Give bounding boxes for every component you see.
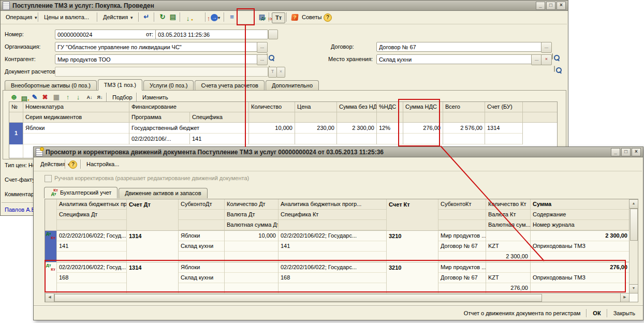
tab-tmz[interactable]: ТМЗ (1 поз.) bbox=[98, 79, 142, 91]
scroll-left-icon[interactable]: ◀ bbox=[45, 293, 54, 302]
settlement-doc-label: Документ расчетов: bbox=[5, 68, 57, 75]
movements-toolbar: Действия ▼ ? Настройка... bbox=[34, 158, 642, 171]
money-in-icon[interactable]: ↓ bbox=[183, 14, 193, 24]
document-window-titlebar[interactable]: Поступление ТМЗ и услуг: Покупка. Провед… bbox=[1, 1, 568, 11]
prices-currency-button[interactable]: Цены и валюта... bbox=[41, 12, 92, 22]
author-link[interactable]: Павлов А.В bbox=[5, 207, 35, 213]
tips-button[interactable]: Советы bbox=[299, 12, 325, 22]
organization-select-button[interactable]: ... bbox=[257, 42, 268, 53]
warehouse-input[interactable] bbox=[376, 54, 532, 64]
cell-qty_dt: 10,000 bbox=[225, 231, 279, 262]
contract-search-icon[interactable] bbox=[552, 53, 553, 60]
tab-accounting[interactable]: ДтКт Бухгалтерский учет bbox=[44, 187, 118, 198]
col-financing: Финансирование bbox=[129, 102, 248, 112]
post-document-icon[interactable]: ↵ bbox=[141, 12, 152, 22]
manual-adjustment-checkbox[interactable] bbox=[45, 175, 52, 182]
go-to-icon[interactable]: →▾ bbox=[208, 12, 223, 22]
cell-sum-wo-vat: 2 300,00 bbox=[337, 123, 376, 134]
scroll-down-icon[interactable]: ▼ bbox=[629, 284, 638, 293]
change-button[interactable]: Изменить bbox=[139, 92, 171, 102]
cell-program: 02/2/202/106/... bbox=[129, 134, 190, 144]
col-specifics: Специфика bbox=[190, 112, 248, 123]
movement-row[interactable]: ДтКт02/2/202/106/022; Госуд...1681314Ябл… bbox=[45, 262, 630, 293]
warehouse-search-icon[interactable] bbox=[554, 66, 555, 72]
copy-document-icon[interactable]: ▤ bbox=[168, 12, 178, 22]
ok-button[interactable]: ОК bbox=[589, 310, 604, 317]
structure-icon[interactable]: ≡ bbox=[227, 12, 237, 22]
operation-menu-button[interactable]: Операция ▼ bbox=[3, 12, 41, 22]
organization-input[interactable] bbox=[55, 42, 258, 52]
counterparty-select-button[interactable]: ... bbox=[257, 54, 268, 65]
cell-subconto_dt: ЯблокиСклад кухни bbox=[179, 262, 225, 293]
cell-account_kt: 3210 bbox=[387, 231, 438, 262]
dtkt-row-icon: ДтКт bbox=[45, 231, 57, 262]
movements-grid[interactable]: Аналитика бюджетных пр...Специфика Дт Сч… bbox=[45, 199, 638, 302]
mov-grid-rows: ДтКт02/2/202/106/022; Госуд...1411314Ябл… bbox=[45, 231, 630, 293]
date-input[interactable] bbox=[155, 30, 268, 39]
horizontal-scroll-thumb[interactable] bbox=[54, 294, 542, 302]
settings-button[interactable]: Настройка... bbox=[83, 159, 122, 169]
counterparty-label: Контрагент: bbox=[5, 56, 36, 62]
close-icon[interactable]: × bbox=[557, 2, 566, 10]
settlement-doc-clear-icon[interactable]: × bbox=[276, 67, 285, 78]
calendar-icon[interactable] bbox=[268, 30, 278, 39]
repost-icon[interactable]: ↻ bbox=[157, 12, 168, 22]
cell-quantity: 10,000 bbox=[249, 123, 295, 134]
contract-input[interactable] bbox=[376, 42, 542, 52]
invoice-label: Счет-факту bbox=[5, 177, 35, 183]
vertical-scrollbar[interactable]: ▲ ▼ bbox=[629, 199, 638, 293]
movements-window-titlebar[interactable]: Просмотр и корректировка движений докуме… bbox=[34, 147, 643, 157]
col-total: Всего bbox=[443, 102, 485, 112]
movements-window: Просмотр и корректировка движений докуме… bbox=[33, 146, 643, 320]
manual-adjustment-label: Ручная корректировка (разрешает редактир… bbox=[54, 175, 249, 181]
col-quantity: Количество bbox=[249, 102, 295, 112]
col-price: Цена bbox=[295, 102, 336, 112]
number-input[interactable] bbox=[55, 30, 160, 39]
col-num: № bbox=[9, 102, 23, 112]
scroll-right-icon[interactable]: ▶ bbox=[620, 293, 630, 302]
warehouse-clear-icon[interactable]: × bbox=[541, 54, 552, 65]
warehouse-label: Место хранения: bbox=[328, 56, 373, 62]
minimize-icon[interactable]: _ bbox=[536, 2, 545, 10]
cell-vat-pct: 12% bbox=[377, 123, 403, 134]
vertical-scroll-thumb[interactable] bbox=[630, 209, 638, 241]
movements-list-icon[interactable]: ▤ bbox=[257, 12, 267, 22]
contract-select-button[interactable]: ... bbox=[541, 42, 552, 53]
settlement-doc-input[interactable] bbox=[55, 67, 268, 77]
actions-menu-button[interactable]: Действия ▼ bbox=[100, 12, 137, 22]
maximize-icon[interactable]: □ bbox=[621, 148, 631, 156]
document-icon bbox=[3, 2, 10, 10]
col-sum-wo-vat: Сумма без НДС bbox=[337, 102, 376, 112]
movements-window-title: Просмотр и корректировка движений докуме… bbox=[46, 149, 608, 156]
date-label: от: bbox=[146, 31, 153, 37]
organization-label: Организация: bbox=[5, 43, 40, 50]
cell-financing: Государственный бюджет bbox=[129, 123, 248, 134]
tab-settlement-accounts[interactable]: Счета учета расчетов bbox=[195, 80, 264, 91]
scroll-up-icon[interactable]: ▲ bbox=[629, 199, 638, 209]
registers-report-button[interactable]: Отчет о движениях документа по регистрам bbox=[460, 310, 584, 317]
tab-additional[interactable]: Дополнительно bbox=[266, 80, 319, 91]
item-row[interactable]: 1 Яблоки Государственный бюджет02/2/202/… bbox=[9, 123, 557, 144]
counterparty-input[interactable] bbox=[55, 54, 258, 64]
warehouse-select-button[interactable]: ... bbox=[531, 54, 542, 65]
movement-row[interactable]: ДтКт02/2/202/106/022; Госуд...1411314Ябл… bbox=[45, 231, 630, 262]
tab-assets-movement[interactable]: Движение активов и запасов bbox=[119, 188, 207, 198]
tab-noncurrent-assets[interactable]: Внеоборотные активы (0 поз.) bbox=[5, 80, 97, 91]
help-icon[interactable]: ? bbox=[323, 12, 333, 22]
contract-label: Договор: bbox=[331, 43, 354, 50]
help-icon[interactable]: ? bbox=[68, 159, 78, 169]
pick-button[interactable]: Подбор bbox=[109, 92, 136, 102]
minimize-icon[interactable]: _ bbox=[611, 148, 620, 156]
maximize-icon[interactable]: □ bbox=[546, 2, 555, 10]
horizontal-scrollbar[interactable]: ◀ ▶ bbox=[45, 293, 630, 302]
tab-services[interactable]: Услуги (0 поз.) bbox=[143, 80, 194, 91]
col-vat-pct: %НДС bbox=[377, 102, 403, 112]
cell-account: 1314 bbox=[485, 123, 522, 134]
cell-subconto_dt: ЯблокиСклад кухни bbox=[179, 231, 225, 262]
settlement-doc-type-button[interactable]: T bbox=[268, 67, 277, 78]
close-button[interactable]: Закрыть bbox=[610, 310, 639, 317]
close-icon[interactable]: × bbox=[632, 148, 641, 156]
tips-book-icon[interactable]: ? bbox=[289, 12, 300, 22]
cell-account_dt: 1314 bbox=[127, 262, 179, 293]
font-settings-icon[interactable]: Тт bbox=[272, 12, 285, 23]
